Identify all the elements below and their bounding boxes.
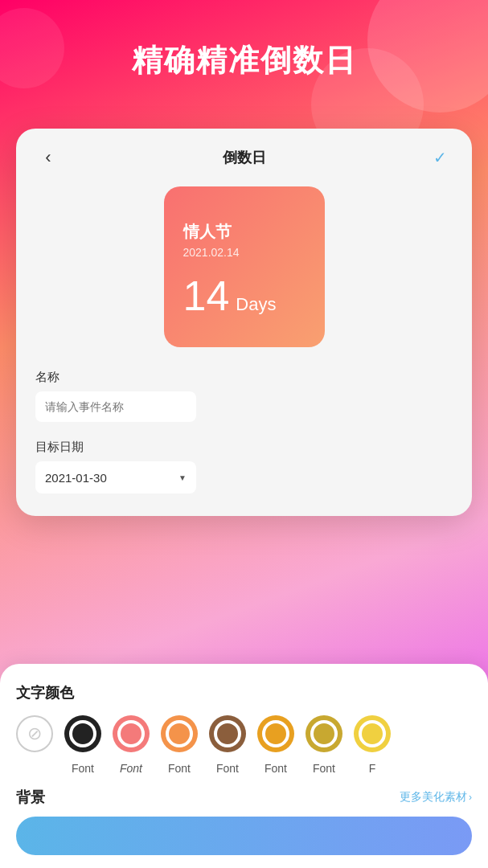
font-label-3[interactable]: Font <box>161 762 198 775</box>
more-materials-link[interactable]: 更多美化素材 › <box>400 790 472 805</box>
text-color-title: 文字颜色 <box>16 683 472 702</box>
swatch-inner-orange <box>166 720 193 747</box>
swatch-inner-black <box>69 720 96 747</box>
chevron-right-icon: › <box>469 792 472 803</box>
background-section: 背景 更多美化素材 › <box>16 788 472 807</box>
color-swatch-orange[interactable] <box>161 715 198 752</box>
font-label-7[interactable]: F <box>354 762 391 775</box>
card-header: ‹ 倒数日 ✓ <box>35 145 453 170</box>
date-label: 目标日期 <box>35 440 453 455</box>
font-label-2[interactable]: Font <box>113 762 150 775</box>
widget-event-name: 情人节 <box>183 221 306 243</box>
date-select[interactable]: 2021-01-30 ▼ <box>35 461 196 493</box>
dropdown-arrow-icon: ▼ <box>178 473 187 482</box>
main-card: ‹ 倒数日 ✓ 情人节 2021.02.14 14 Days 名称 目标日期 2… <box>16 129 472 516</box>
color-swatch-brown[interactable] <box>209 715 246 752</box>
widget-days-number: 14 <box>183 275 230 317</box>
swatch-inner-amber <box>262 720 289 747</box>
widget-days-row: 14 Days <box>183 275 306 317</box>
color-swatch-gold[interactable] <box>306 715 342 752</box>
swatch-inner-pink <box>117 720 145 747</box>
swatch-inner-brown <box>214 720 241 747</box>
no-color-icon: ⊘ <box>27 725 42 743</box>
swatch-inner-yellow <box>359 720 386 747</box>
color-swatch-yellow[interactable] <box>354 715 391 752</box>
bottom-action-button[interactable] <box>16 817 472 855</box>
date-value: 2021-01-30 <box>45 471 107 485</box>
font-label-5[interactable]: Font <box>257 762 294 775</box>
swatch-inner-gold <box>310 720 338 747</box>
color-swatch-amber[interactable] <box>257 715 294 752</box>
name-input[interactable] <box>35 391 196 422</box>
confirm-button[interactable]: ✓ <box>427 145 453 170</box>
bottom-panel: 文字颜色 ⊘ <box>0 664 488 868</box>
color-swatch-none[interactable]: ⊘ <box>16 715 53 752</box>
countdown-widget: 情人节 2021.02.14 14 Days <box>164 186 325 347</box>
font-label-4[interactable]: Font <box>209 762 246 775</box>
card-title: 倒数日 <box>223 148 266 167</box>
widget-days-label: Days <box>236 294 276 315</box>
color-swatch-row: ⊘ <box>16 715 472 752</box>
font-label-row: Font Font Font Font Font Font F <box>16 762 472 775</box>
page-title: 精确精准倒数日 <box>0 40 488 81</box>
name-label: 名称 <box>35 370 453 385</box>
color-swatch-pink[interactable] <box>113 715 150 752</box>
name-field-section: 名称 <box>35 370 453 436</box>
font-label-1[interactable]: Font <box>64 762 101 775</box>
font-label-6[interactable]: Font <box>306 762 342 775</box>
more-materials-label: 更多美化素材 <box>400 790 467 805</box>
back-button[interactable]: ‹ <box>35 145 61 170</box>
color-swatch-black[interactable] <box>64 715 101 752</box>
widget-event-date: 2021.02.14 <box>183 246 306 259</box>
background-title: 背景 <box>16 788 45 807</box>
date-field-section: 目标日期 2021-01-30 ▼ <box>35 440 453 493</box>
